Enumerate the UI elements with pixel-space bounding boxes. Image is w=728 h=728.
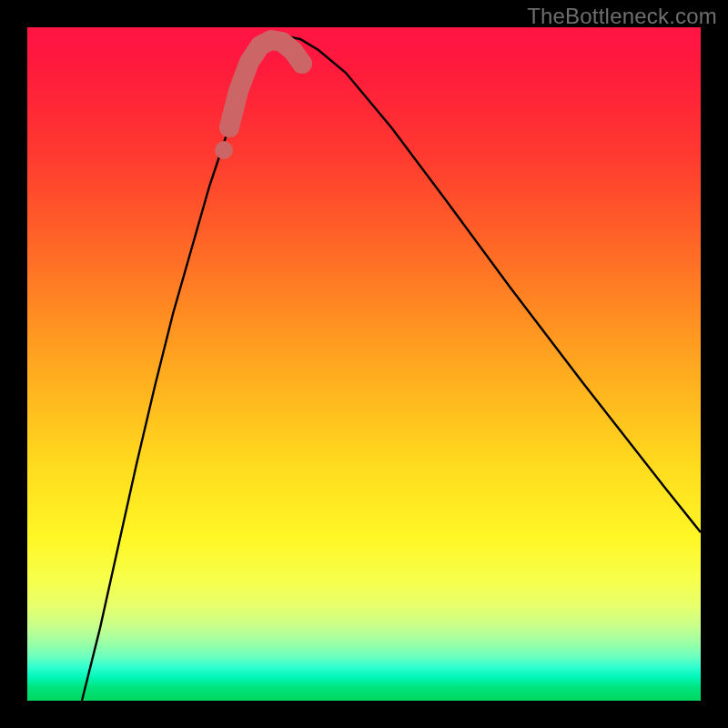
bottleneck-curve — [82, 36, 701, 701]
sweet-spot-marker — [215, 141, 233, 159]
chart-frame — [27, 27, 701, 701]
bottleneck-curve-svg — [27, 27, 701, 701]
watermark-text: TheBottleneck.com — [527, 4, 717, 29]
sweet-spot-highlight — [229, 40, 302, 127]
